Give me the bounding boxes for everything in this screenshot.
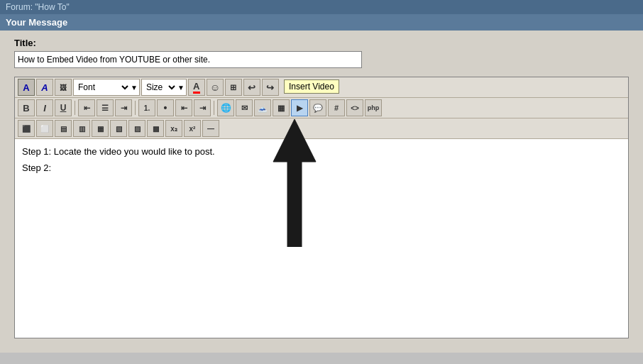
indent-btn[interactable]: ⇥ <box>194 99 211 116</box>
editor-line-2: Step 2: <box>22 162 621 173</box>
align-left-btn[interactable]: ⇤ <box>78 99 95 116</box>
editor-content: Step 1: Locate the video you would like … <box>22 146 621 173</box>
separator-3 <box>214 101 214 115</box>
row3-btn-7[interactable]: ▨ <box>128 120 145 137</box>
title-label: Title: <box>14 38 629 48</box>
align-center-btn[interactable]: ☰ <box>97 99 114 116</box>
row3-last-btn[interactable]: — <box>202 120 219 137</box>
subscript-btn[interactable]: x₂ <box>165 120 182 137</box>
font-style-btn-2[interactable]: A <box>36 79 53 96</box>
insert-table-btn[interactable]: ⊞ <box>225 79 242 96</box>
insert-video-wrapper: ▶ Insert Video <box>291 99 308 116</box>
redo-btn[interactable]: ↪ <box>262 79 279 96</box>
size-select[interactable]: Size 81012 1416 <box>142 82 177 93</box>
ordered-list-btn[interactable]: 1. <box>138 99 155 116</box>
forum-bar-text: Forum: "How To" <box>6 2 70 12</box>
outdent-btn[interactable]: ⇤ <box>175 99 192 116</box>
font-select[interactable]: Font Arial Times New Roman Verdana <box>74 82 131 93</box>
code-btn[interactable]: <> <box>346 99 363 116</box>
unordered-list-btn[interactable]: • <box>157 99 174 116</box>
title-input[interactable] <box>14 51 362 68</box>
your-message-header: Your Message <box>0 14 643 31</box>
php-btn[interactable]: php <box>365 99 382 116</box>
font-color-btn[interactable]: A <box>188 79 205 96</box>
row3-btn-2[interactable]: ⬜ <box>36 120 53 137</box>
insert-link-btn[interactable]: 🌐 <box>217 99 234 116</box>
row3-btn-8[interactable]: ▩ <box>147 120 164 137</box>
bold-btn[interactable]: B <box>18 99 35 116</box>
row3-btn-4[interactable]: ▥ <box>73 120 90 137</box>
editor-line-1: Step 1: Locate the video you would like … <box>22 146 621 157</box>
insert-spoiler-btn[interactable]: 💬 <box>309 99 326 116</box>
italic-btn[interactable]: I <box>36 99 53 116</box>
forum-bar: Forum: "How To" <box>0 0 643 14</box>
toolbar-row-2: B I U ⇤ ☰ ⇥ 1. <box>15 98 628 118</box>
font-style-btn-1[interactable]: A <box>18 79 35 96</box>
row3-btn-1[interactable]: ⬛ <box>18 120 35 137</box>
insert-email-btn[interactable]: ✉ <box>236 99 253 116</box>
separator-1 <box>75 101 75 115</box>
size-select-wrapper[interactable]: Size 81012 1416 ▼ <box>141 79 187 96</box>
row3-btn-5[interactable]: ▦ <box>92 120 109 137</box>
editor-body[interactable]: Step 1: Locate the video you would like … <box>15 139 628 338</box>
insert-table2-btn[interactable]: ▦ <box>273 99 290 116</box>
underline-btn[interactable]: U <box>55 99 72 116</box>
smiley-btn[interactable]: ☺ <box>207 79 224 96</box>
align-right-btn[interactable]: ⇥ <box>115 99 132 116</box>
toolbar-row-1: A A 🖼 Font Arial Times New Roman Verdana… <box>15 77 628 98</box>
insert-image-btn[interactable]: 🖼 <box>55 79 72 96</box>
row3-btn-6[interactable]: ▧ <box>110 120 127 137</box>
insert-image2-btn[interactable]: 🗻 <box>254 99 271 116</box>
editor-container: A A 🖼 Font Arial Times New Roman Verdana… <box>14 77 629 338</box>
undo-btn[interactable]: ↩ <box>243 79 260 96</box>
row3-btn-3[interactable]: ▤ <box>55 120 72 137</box>
superscript-btn[interactable]: x² <box>184 120 201 137</box>
font-select-wrapper[interactable]: Font Arial Times New Roman Verdana ▼ <box>73 79 140 96</box>
toolbar-row-3: ⬛ ⬜ ▤ ▥ ▦ ▧ ▨ ▩ x₂ x² — <box>15 118 628 139</box>
separator-2 <box>135 101 136 115</box>
insert-video-btn[interactable]: ▶ <box>291 99 308 116</box>
hash-btn[interactable]: # <box>328 99 345 116</box>
